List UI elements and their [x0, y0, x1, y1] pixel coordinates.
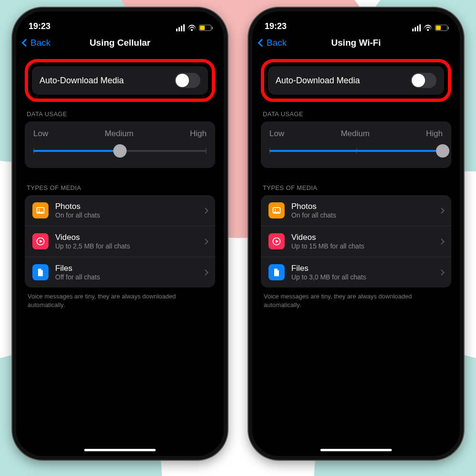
media-subtitle: On for all chats: [291, 211, 439, 219]
back-label: Back: [267, 38, 287, 48]
nav-bar: Back Using Wi-Fi: [252, 32, 460, 53]
data-usage-slider-cell: Low Medium High: [261, 121, 451, 168]
page-title: Using Cellular: [89, 38, 150, 48]
media-title: Files: [291, 264, 439, 273]
data-usage-header: DATA USAGE: [263, 110, 449, 118]
media-row-photos[interactable]: Photos On for all chats: [25, 195, 215, 226]
slider-label-medium: Medium: [105, 129, 133, 139]
slider-label-low: Low: [269, 129, 284, 139]
svg-point-1: [39, 209, 40, 210]
wifi-icon: [188, 25, 196, 31]
chevron-right-icon: [438, 269, 445, 276]
wifi-icon: [424, 25, 432, 31]
svg-point-4: [275, 209, 276, 210]
data-usage-header: DATA USAGE: [27, 110, 213, 118]
back-button[interactable]: Back: [23, 38, 50, 48]
media-row-videos[interactable]: Videos Up to 15 MB for all chats: [261, 226, 451, 257]
photos-icon: [32, 202, 49, 218]
media-types-list: Photos On for all chats Videos Up to 15 …: [261, 195, 451, 288]
videos-icon: [32, 233, 49, 249]
back-label: Back: [30, 38, 50, 48]
media-title: Photos: [291, 202, 439, 211]
auto-download-label: Auto-Download Media: [40, 76, 175, 86]
media-types-list: Photos On for all chats Videos Up to 2,5…: [25, 195, 215, 288]
highlight-annotation: Auto-Download Media: [261, 59, 451, 102]
chevron-right-icon: [202, 269, 208, 276]
home-indicator[interactable]: [320, 449, 392, 451]
media-row-files[interactable]: Files Off for all chats: [25, 257, 215, 288]
media-title: Videos: [291, 233, 439, 242]
status-time: 19:23: [29, 21, 50, 31]
media-row-videos[interactable]: Videos Up to 2,5 MB for all chats: [25, 226, 215, 257]
chevron-right-icon: [202, 238, 208, 245]
slider-label-high: High: [426, 129, 443, 139]
media-row-files[interactable]: Files Up to 3,0 MB for all chats: [261, 257, 451, 288]
phone-wifi: 19:23 Back Using Wi-Fi Auto: [248, 8, 464, 460]
media-subtitle: Up to 2,5 MB for all chats: [55, 242, 203, 250]
chevron-left-icon: [258, 39, 266, 47]
media-subtitle: Up to 15 MB for all chats: [291, 242, 439, 250]
data-usage-slider[interactable]: [33, 144, 207, 158]
auto-download-toggle[interactable]: [175, 73, 200, 88]
cellular-signal-icon: [412, 24, 421, 31]
auto-download-row[interactable]: Auto-Download Media: [32, 66, 208, 95]
files-icon: [268, 264, 285, 280]
auto-download-toggle[interactable]: [411, 73, 436, 88]
auto-download-label: Auto-Download Media: [276, 76, 411, 86]
chevron-left-icon: [22, 39, 30, 47]
data-usage-slider[interactable]: [269, 144, 443, 158]
slider-label-medium: Medium: [341, 129, 369, 139]
auto-download-row[interactable]: Auto-Download Media: [268, 66, 444, 95]
back-button[interactable]: Back: [259, 38, 287, 48]
home-indicator[interactable]: [84, 449, 156, 451]
battery-icon: [435, 25, 447, 31]
media-title: Photos: [55, 202, 203, 211]
types-of-media-header: TYPES OF MEDIA: [263, 184, 449, 191]
files-icon: [32, 264, 49, 280]
photos-icon: [268, 202, 285, 218]
chevron-right-icon: [202, 208, 208, 214]
data-usage-slider-cell: Low Medium High: [25, 121, 215, 168]
footnote: Voice messages are tiny, they are always…: [28, 292, 212, 309]
phone-cellular: 19:23 Back Using Cellular A: [12, 8, 228, 460]
media-subtitle: Off for all chats: [55, 273, 203, 281]
media-subtitle: On for all chats: [55, 211, 203, 219]
status-bar: 19:23: [16, 11, 224, 32]
slider-label-high: High: [190, 129, 207, 139]
footnote: Voice messages are tiny, they are always…: [264, 292, 448, 309]
media-title: Videos: [55, 233, 203, 242]
comparison-stage: 19:23 Back Using Cellular A: [0, 0, 476, 476]
chevron-right-icon: [438, 208, 445, 214]
page-title: Using Wi-Fi: [331, 38, 381, 48]
battery-icon: [199, 25, 211, 31]
nav-bar: Back Using Cellular: [16, 32, 224, 53]
media-title: Files: [55, 264, 203, 273]
cellular-signal-icon: [176, 24, 185, 31]
status-time: 19:23: [265, 21, 287, 31]
media-subtitle: Up to 3,0 MB for all chats: [291, 273, 439, 281]
status-bar: 19:23: [252, 11, 460, 32]
slider-label-low: Low: [33, 129, 48, 139]
chevron-right-icon: [438, 238, 445, 245]
media-row-photos[interactable]: Photos On for all chats: [261, 195, 451, 226]
types-of-media-header: TYPES OF MEDIA: [27, 184, 213, 191]
videos-icon: [268, 233, 285, 249]
highlight-annotation: Auto-Download Media: [25, 59, 215, 102]
